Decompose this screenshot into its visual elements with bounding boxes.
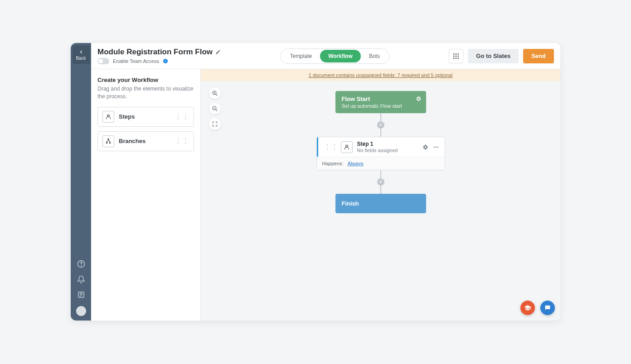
avatar[interactable] <box>76 306 86 316</box>
flow-start-subtitle: Set up automatic Flow start <box>342 103 420 109</box>
svg-point-14 <box>458 55 459 57</box>
svg-point-29 <box>345 145 348 147</box>
topbar: Module Registration Form Flow Enable Tea… <box>91 43 560 69</box>
team-access-toggle[interactable] <box>97 58 109 64</box>
svg-point-11 <box>458 53 459 55</box>
step-node[interactable]: ⋮⋮ Step 1 No fields assigned <box>316 137 445 170</box>
flow-start-node[interactable]: Flow Start Set up automatic Flow start <box>335 91 426 113</box>
svg-point-1 <box>81 265 81 266</box>
svg-point-12 <box>453 55 455 57</box>
send-button[interactable]: Send <box>523 49 554 63</box>
step-title: Step 1 <box>357 141 422 147</box>
svg-point-30 <box>433 146 434 147</box>
apps-button[interactable] <box>449 49 463 63</box>
svg-point-10 <box>456 53 457 55</box>
svg-point-31 <box>435 146 436 147</box>
help-icon[interactable] <box>77 260 85 268</box>
connector <box>380 113 381 121</box>
svg-rect-34 <box>546 307 548 308</box>
happens-label: Happens: <box>322 161 344 166</box>
team-access-label: Enable Team Access <box>113 58 159 64</box>
workflow-canvas: 1 document contains unassigned fields: 7… <box>201 69 560 321</box>
svg-rect-7 <box>165 61 165 62</box>
step-condition: Happens: Always <box>317 157 445 170</box>
finish-label: Finish <box>342 200 359 207</box>
sidepanel: Create your Workflow Drag and drop the e… <box>91 69 201 321</box>
left-rail: Back <box>71 43 91 321</box>
svg-point-15 <box>453 57 455 59</box>
happens-value-link[interactable]: Always <box>348 161 364 166</box>
info-icon[interactable] <box>163 58 168 64</box>
bell-icon[interactable] <box>77 275 85 283</box>
svg-point-16 <box>456 57 457 59</box>
notice-bar: 1 document contains unassigned fields: 7… <box>201 69 560 81</box>
drag-item-label: Steps <box>119 113 175 120</box>
flow-start-title: Flow Start <box>342 96 420 102</box>
tab-workflow[interactable]: Workflow <box>320 50 361 62</box>
drag-handle-icon: ⋮⋮ <box>175 137 189 145</box>
connector <box>380 186 381 194</box>
sidepanel-title: Create your Workflow <box>97 77 194 83</box>
pencil-icon[interactable] <box>215 49 221 55</box>
finish-node[interactable]: Finish <box>335 194 426 213</box>
back-button[interactable]: Back <box>73 46 90 64</box>
drag-handle-icon[interactable]: ⋮⋮ <box>324 143 338 151</box>
svg-point-17 <box>458 57 459 59</box>
chat-button[interactable] <box>540 301 555 315</box>
person-icon <box>102 111 114 123</box>
back-label: Back <box>76 56 86 61</box>
svg-point-18 <box>107 115 110 117</box>
branch-icon <box>102 135 114 147</box>
tab-template[interactable]: Template <box>282 50 320 62</box>
sidepanel-desc: Drag and drop the elements to visualize … <box>97 85 194 101</box>
drag-item-steps[interactable]: Steps ⋮⋮ <box>97 107 194 127</box>
graduation-cap-icon <box>524 304 531 311</box>
drag-handle-icon: ⋮⋮ <box>175 112 189 121</box>
grid-icon <box>452 53 460 60</box>
drag-item-branches[interactable]: Branches ⋮⋮ <box>97 131 194 151</box>
person-icon <box>341 141 353 153</box>
connector <box>380 170 381 178</box>
newspaper-icon[interactable] <box>77 291 85 299</box>
chevron-left-icon <box>78 49 84 55</box>
gear-icon[interactable] <box>422 144 428 150</box>
tab-bots[interactable]: Bots <box>361 50 388 62</box>
connector <box>380 129 381 137</box>
svg-point-8 <box>165 60 165 60</box>
chat-icon <box>544 304 551 311</box>
gear-icon[interactable] <box>415 96 422 102</box>
notice-link[interactable]: 1 document contains unassigned fields: 7… <box>309 72 452 78</box>
tab-group: Template Workflow Bots <box>280 48 389 64</box>
add-step-button[interactable]: + <box>377 121 384 129</box>
page-title: Module Registration Form Flow <box>97 48 213 57</box>
step-subtitle: No fields assigned <box>357 148 422 153</box>
svg-point-13 <box>456 55 457 57</box>
drag-item-label: Branches <box>119 138 175 144</box>
svg-point-9 <box>453 53 455 55</box>
svg-rect-33 <box>546 307 549 307</box>
add-step-button[interactable]: + <box>377 178 384 186</box>
more-icon[interactable] <box>433 144 439 150</box>
svg-point-32 <box>437 146 438 147</box>
academy-button[interactable] <box>520 301 535 315</box>
go-to-slates-button[interactable]: Go to Slates <box>468 49 519 63</box>
